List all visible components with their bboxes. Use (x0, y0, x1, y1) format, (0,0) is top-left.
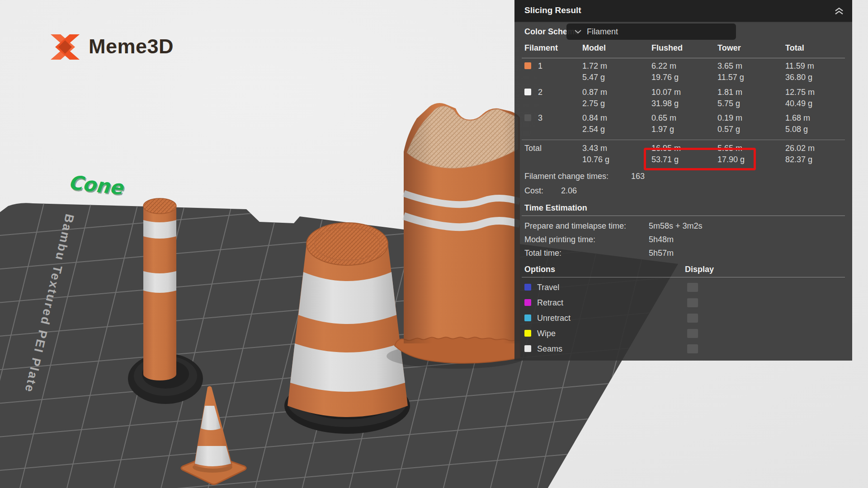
total-time-label: Total time: (524, 248, 561, 258)
totals-row: Total 3.43 m10.76 g 16.95 m53.71 g 5.65 … (514, 143, 852, 165)
filament-row-1: 1 1.72 m5.47 g 6.22 m19.76 g 3.65 m11.57… (514, 61, 852, 83)
retract-color-swatch (524, 299, 531, 306)
color-scheme-dropdown[interactable]: Filament (566, 23, 736, 40)
chevron-down-icon (575, 29, 581, 34)
option-row-seams: Seams (514, 344, 852, 355)
option-label: Travel (537, 282, 559, 292)
model-total-cell: 3.43 m10.76 g (582, 143, 609, 165)
brand-name: Meme3D (89, 35, 174, 58)
unretract-color-swatch (524, 314, 531, 321)
color-scheme-value: Filament (587, 27, 618, 37)
divider (522, 58, 845, 58)
display-toggle[interactable] (687, 344, 698, 353)
flushed-total-cell: 16.95 m53.71 g (651, 143, 681, 165)
model-time-label: Model printing time: (524, 234, 595, 245)
total-cell: 12.75 m40.49 g (785, 87, 815, 109)
col-header: Tower (717, 43, 741, 53)
options-title: Options (524, 265, 555, 274)
tower-total-cell: 5.65 m17.90 g (717, 143, 745, 165)
display-toggle[interactable] (687, 283, 698, 292)
total-time-value: 5h57m (649, 248, 674, 258)
filament-color-swatch (524, 114, 531, 121)
filament-color-swatch (524, 62, 531, 69)
tower-cell: 1.81 m5.75 g (717, 87, 742, 109)
model-time-value: 5h48m (649, 234, 674, 245)
display-toggle[interactable] (687, 314, 698, 323)
brand-logo: Meme3D (49, 33, 174, 61)
collapse-panel-icon[interactable] (834, 7, 844, 15)
filament-row-3: 3 0.84 m2.54 g 0.65 m1.97 g 0.19 m0.57 g… (514, 113, 852, 135)
filament-row-2: 2 0.87 m2.75 g 10.07 m31.98 g 1.81 m5.75… (514, 87, 852, 109)
flushed-cell: 0.65 m1.97 g (651, 113, 676, 135)
option-row-retract: Retract (514, 298, 852, 309)
filament-id: 3 (538, 113, 542, 124)
col-header: Model (582, 43, 606, 53)
option-label: Unretract (537, 313, 571, 323)
option-row-unretract: Unretract (514, 313, 852, 324)
filament-change-value: 163 (631, 171, 645, 182)
panel-title: Slicing Result (524, 5, 581, 15)
totals-label: Total (524, 143, 542, 154)
model-cell: 0.84 m2.54 g (582, 113, 607, 135)
prepare-time-value: 5m58s + 3m2s (649, 221, 703, 231)
display-title: Display (685, 265, 714, 274)
meme3d-logo-icon (49, 33, 81, 61)
tower-cell: 3.65 m11.57 g (717, 61, 744, 83)
divider (522, 216, 845, 216)
seams-color-swatch (524, 345, 531, 352)
filament-id: 2 (538, 87, 542, 98)
prepare-time-label: Prepare and timelapse time: (524, 221, 626, 231)
total-cell: 11.59 m36.80 g (785, 61, 814, 83)
grand-total-cell: 26.02 m82.37 g (785, 143, 815, 165)
col-header: Flushed (651, 43, 683, 53)
option-label: Seams (537, 344, 562, 354)
option-label: Wipe (537, 328, 556, 338)
option-label: Retract (537, 298, 563, 308)
filament-id: 1 (538, 61, 542, 72)
filament-color-swatch (524, 89, 531, 95)
display-toggle[interactable] (687, 329, 698, 338)
slicing-result-panel: Slicing Result Color Scheme Filament Fil… (514, 0, 852, 361)
tower-cell: 0.19 m0.57 g (717, 113, 742, 135)
cost-value: 2.06 (561, 185, 577, 196)
model-cell: 0.87 m2.75 g (582, 87, 607, 109)
model-cell: 1.72 m5.47 g (582, 61, 607, 83)
prime-tower-model[interactable] (387, 103, 527, 369)
wipe-color-swatch (524, 330, 531, 337)
display-toggle[interactable] (687, 298, 698, 307)
travel-color-swatch (524, 284, 531, 291)
flushed-cell: 6.22 m19.76 g (651, 61, 679, 83)
divider (522, 140, 845, 140)
divider (522, 277, 845, 277)
total-cell: 1.68 m5.08 g (785, 113, 810, 135)
col-header: Total (785, 43, 804, 53)
option-row-travel: Travel (514, 282, 852, 293)
cost-label: Cost: (524, 185, 543, 196)
time-estimation-title: Time Estimation (524, 203, 587, 213)
filament-change-label: Filament change times: (524, 171, 609, 182)
slicer-app: Bambu Textured PEI Plate Cone Cone (0, 0, 868, 488)
option-row-wipe: Wipe (514, 328, 852, 339)
flushed-cell: 10.07 m31.98 g (651, 87, 681, 109)
col-header: Filament (524, 43, 558, 53)
panel-titlebar: Slicing Result (514, 0, 852, 22)
